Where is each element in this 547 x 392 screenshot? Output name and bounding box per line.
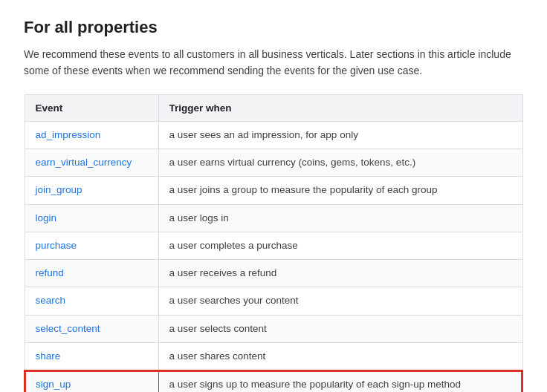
trigger-cell: a user sees an ad impression, for app on… <box>158 121 522 148</box>
trigger-cell: a user searches your content <box>158 287 522 315</box>
page-description: We recommend these events to all custome… <box>24 46 523 79</box>
event-cell: refund <box>25 260 158 287</box>
event-cell: login <box>25 204 158 232</box>
table-header-row: Event Trigger when <box>25 94 522 121</box>
table-row: sign_upa user signs up to measure the po… <box>25 370 522 392</box>
event-cell: earn_virtual_currency <box>25 149 158 177</box>
event-cell: ad_impression <box>25 121 158 148</box>
table-row: sharea user shares content <box>25 342 522 370</box>
event-link[interactable]: join_group <box>36 184 82 195</box>
table-row: refunda user receives a refund <box>25 260 522 287</box>
event-link[interactable]: sign_up <box>36 379 71 390</box>
trigger-cell: a user completes a purchase <box>158 232 522 259</box>
table-row: ad_impressiona user sees an ad impressio… <box>25 121 522 148</box>
trigger-cell: a user joins a group to measure the popu… <box>158 177 522 204</box>
event-cell: share <box>25 342 158 370</box>
event-link[interactable]: search <box>36 295 66 306</box>
event-link[interactable]: purchase <box>36 240 77 251</box>
table-row: join_groupa user joins a group to measur… <box>25 177 522 204</box>
table-row: select_contenta user selects content <box>25 315 522 342</box>
trigger-column-header: Trigger when <box>158 94 522 121</box>
event-column-header: Event <box>25 94 158 121</box>
trigger-cell: a user shares content <box>158 342 522 370</box>
trigger-cell: a user receives a refund <box>158 260 522 287</box>
event-cell: search <box>25 287 158 315</box>
event-cell: purchase <box>25 232 158 259</box>
table-row: searcha user searches your content <box>25 287 522 315</box>
page-title: For all properties <box>24 18 523 37</box>
trigger-cell: a user selects content <box>158 315 522 342</box>
event-cell: select_content <box>25 315 158 342</box>
event-cell: sign_up <box>25 370 158 392</box>
event-link[interactable]: login <box>36 212 57 223</box>
trigger-cell: a user earns virtual currency (coins, ge… <box>158 149 522 177</box>
trigger-cell: a user signs up to measure the popularit… <box>158 370 522 392</box>
table-row: earn_virtual_currencya user earns virtua… <box>25 149 522 177</box>
table-row: purchasea user completes a purchase <box>25 232 522 259</box>
table-row: logina user logs in <box>25 204 522 232</box>
event-link[interactable]: ad_impression <box>36 129 101 140</box>
event-link[interactable]: earn_virtual_currency <box>36 157 132 168</box>
event-link[interactable]: select_content <box>36 323 100 334</box>
events-table: Event Trigger when ad_impressiona user s… <box>24 94 523 392</box>
trigger-cell: a user logs in <box>158 204 522 232</box>
event-cell: join_group <box>25 177 158 204</box>
event-link[interactable]: refund <box>36 267 64 278</box>
event-link[interactable]: share <box>36 350 61 362</box>
